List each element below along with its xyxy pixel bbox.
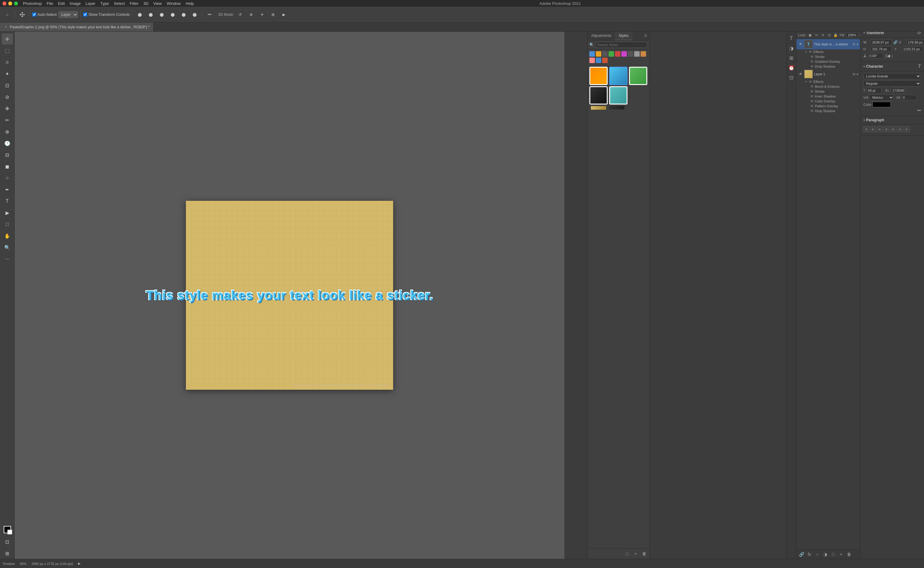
filter-orange[interactable] bbox=[596, 51, 601, 57]
3d-rotate[interactable]: ↺ bbox=[235, 10, 245, 20]
maximize-button[interactable] bbox=[14, 2, 18, 6]
align-bottom[interactable]: ⬤ bbox=[190, 10, 199, 20]
delete-layer-btn[interactable]: 🗑 bbox=[845, 551, 852, 557]
y-input[interactable] bbox=[902, 46, 923, 52]
menu-layer[interactable]: Layer bbox=[86, 1, 96, 6]
move-tool-btn[interactable]: ✛ bbox=[2, 33, 13, 44]
angle-input[interactable] bbox=[868, 53, 883, 59]
background-color[interactable] bbox=[7, 530, 12, 535]
add-adjustment-btn[interactable]: ◑ bbox=[822, 551, 829, 557]
text-effects-group[interactable]: ▾ 👁 Effects bbox=[796, 49, 860, 54]
lock-transparent-icon[interactable]: ▣ bbox=[807, 32, 813, 38]
gradient-btn[interactable]: ◼ bbox=[2, 161, 13, 172]
history-btn[interactable]: 🕐 bbox=[2, 138, 13, 149]
strip-history-btn[interactable]: ⏰ bbox=[787, 63, 796, 72]
style-dark[interactable] bbox=[589, 86, 608, 104]
bevel-emboss-item[interactable]: 👁 Bevel & Emboss bbox=[796, 84, 860, 89]
menu-filter[interactable]: Filter bbox=[130, 1, 139, 6]
heal-tool-btn[interactable]: ✙ bbox=[2, 103, 13, 114]
font-size-input[interactable] bbox=[867, 88, 882, 93]
3d-pan[interactable]: ✛ bbox=[257, 10, 267, 20]
align-center-h[interactable]: ⬤ bbox=[146, 10, 156, 20]
reset-angle-btn[interactable]: |◀ bbox=[886, 53, 890, 58]
color-overlay-item[interactable]: 👁 Color Overlay bbox=[796, 99, 860, 104]
tab-adjustments[interactable]: Adjustments bbox=[587, 32, 615, 40]
path-select-btn[interactable]: ▶ bbox=[2, 207, 13, 218]
new-group-layers-btn[interactable]: □ bbox=[830, 551, 836, 557]
home-btn[interactable]: ⌂ bbox=[2, 10, 12, 20]
pattern-overlay-eye[interactable]: 👁 bbox=[810, 104, 814, 108]
panel-more-btn[interactable]: ≡ bbox=[642, 32, 649, 40]
align-right-btn[interactable]: ≡ bbox=[877, 126, 883, 132]
status-expand[interactable]: ▶ bbox=[78, 562, 80, 566]
new-layer-btn[interactable]: + bbox=[838, 551, 844, 557]
text-layer-expand[interactable]: ▾ bbox=[857, 43, 858, 46]
style-orange[interactable] bbox=[589, 67, 608, 85]
layer1-fx[interactable]: fx bbox=[853, 72, 855, 76]
brush-tool-btn[interactable]: ✏ bbox=[2, 115, 13, 125]
strip-extra-btn[interactable]: ⊡ bbox=[787, 73, 796, 82]
canvas-tab[interactable]: ✕ PastedGraphic-2.png @ 50% (This style … bbox=[0, 23, 154, 32]
strip-layers-btn[interactable]: ⊞ bbox=[787, 54, 796, 62]
3d-slide[interactable]: ⊞ bbox=[268, 10, 278, 20]
menu-help[interactable]: Help bbox=[186, 1, 194, 6]
new-style-btn[interactable]: + bbox=[633, 550, 639, 557]
flip-btn[interactable]: ↕ bbox=[891, 53, 894, 58]
menu-select[interactable]: Select bbox=[114, 1, 125, 6]
align-top[interactable]: ⬤ bbox=[168, 10, 178, 20]
font-family-select[interactable]: Lucida Grande bbox=[864, 73, 921, 79]
tracking-input[interactable] bbox=[891, 88, 906, 93]
filter-red2[interactable] bbox=[602, 57, 608, 63]
gradient-overlay-effect-item[interactable]: 👁 Gradient Overlay bbox=[796, 59, 860, 64]
align-right[interactable]: ⬤ bbox=[157, 10, 167, 20]
layer1-stroke-eye[interactable]: 👁 bbox=[810, 89, 814, 93]
menu-type[interactable]: Type bbox=[100, 1, 109, 6]
menu-image[interactable]: Image bbox=[70, 1, 81, 6]
layer1-effects-group[interactable]: ▾ 👁 Effects bbox=[796, 79, 860, 84]
foreground-color[interactable] bbox=[4, 526, 11, 533]
justify-center-btn[interactable]: ≡ bbox=[890, 126, 896, 132]
text-tool-btn[interactable]: T bbox=[2, 196, 13, 207]
inner-shadow-item[interactable]: 👁 Inner Shadow bbox=[796, 94, 860, 99]
drop-shadow-text-effect-item[interactable]: 👁 Drop Shadow bbox=[796, 64, 860, 69]
lock-all-icon[interactable]: 🔒 bbox=[833, 32, 838, 38]
filter-red[interactable] bbox=[615, 51, 621, 57]
wh-link-icon[interactable]: 🔗 bbox=[893, 40, 898, 44]
strip-type-btn[interactable]: T bbox=[787, 34, 796, 43]
add-mask-btn[interactable]: ○ bbox=[814, 551, 821, 557]
va-input[interactable] bbox=[901, 95, 917, 100]
justify-left-btn[interactable]: ≡ bbox=[883, 126, 889, 132]
filter-green[interactable] bbox=[608, 51, 614, 57]
lasso-tool-btn[interactable]: ⌾ bbox=[2, 57, 13, 68]
filter-pink[interactable] bbox=[589, 57, 595, 63]
character-more[interactable]: T bbox=[918, 64, 921, 69]
gradient-overlay-eye[interactable]: 👁 bbox=[810, 60, 814, 63]
text-layer-item[interactable]: 👁 T This style m... a sticker. fx ▾ bbox=[796, 39, 860, 49]
bevel-emboss-eye[interactable]: 👁 bbox=[810, 85, 814, 88]
inner-shadow-eye[interactable]: 👁 bbox=[810, 94, 814, 98]
search-styles-input[interactable] bbox=[595, 42, 648, 48]
align-center-v[interactable]: ⬤ bbox=[179, 10, 189, 20]
text-layer-visibility[interactable]: 👁 bbox=[798, 42, 803, 47]
filter-gray[interactable] bbox=[602, 51, 608, 57]
hand-tool-btn[interactable]: ✋ bbox=[2, 230, 13, 241]
eraser-btn[interactable]: ⊟ bbox=[2, 149, 13, 160]
more-btn[interactable]: ••• bbox=[205, 10, 214, 20]
menu-3d[interactable]: 3D bbox=[143, 1, 148, 6]
select-tool-btn[interactable]: ⬚ bbox=[2, 45, 13, 56]
shape-tool-btn[interactable]: □ bbox=[2, 219, 13, 230]
layer1-visibility[interactable]: 👁 bbox=[798, 72, 803, 77]
justify-all-btn[interactable]: ≡ bbox=[904, 126, 910, 132]
3d-roll[interactable]: ⊕ bbox=[246, 10, 256, 20]
tab-styles[interactable]: Styles bbox=[615, 32, 633, 40]
justify-right-btn[interactable]: ≡ bbox=[897, 126, 903, 132]
clone-tool-btn[interactable]: ⊕ bbox=[2, 126, 13, 137]
crop-tool-btn[interactable]: ⊡ bbox=[2, 80, 13, 91]
layer1-drop-shadow-eye[interactable]: 👁 bbox=[810, 109, 814, 113]
minimize-button[interactable] bbox=[8, 2, 12, 6]
filter-light[interactable] bbox=[634, 51, 640, 57]
lock-position-icon[interactable]: ✛ bbox=[820, 32, 826, 38]
magic-wand-btn[interactable]: ✦ bbox=[2, 68, 13, 79]
auto-select-checkbox[interactable] bbox=[32, 12, 36, 17]
h-input[interactable] bbox=[871, 46, 892, 52]
